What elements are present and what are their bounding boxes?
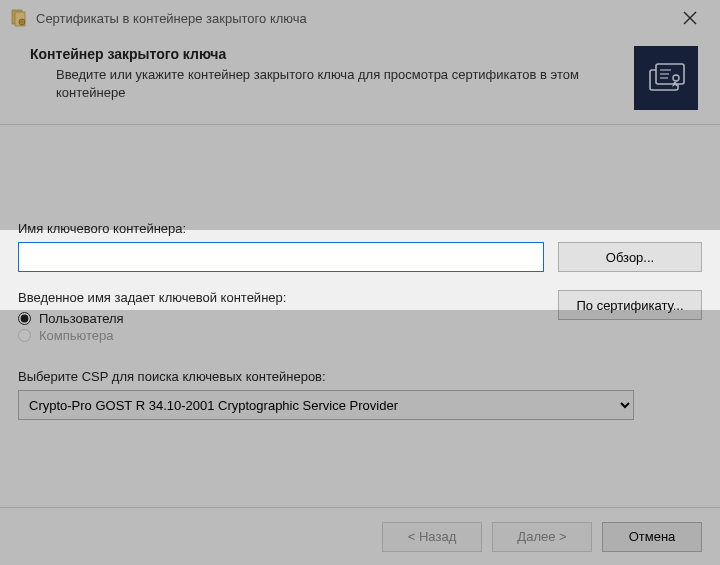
browse-button[interactable]: Обзор... — [558, 242, 702, 272]
svg-point-2 — [19, 19, 25, 25]
close-icon[interactable] — [670, 0, 710, 36]
certificate-icon — [634, 46, 698, 110]
header-band: Контейнер закрытого ключа Введите или ук… — [0, 36, 720, 125]
back-button: < Назад — [382, 522, 482, 552]
radio-user-label: Пользователя — [39, 311, 124, 326]
header-title: Контейнер закрытого ключа — [30, 46, 634, 62]
radio-user[interactable]: Пользователя — [18, 311, 558, 326]
header-description: Введите или укажите контейнер закрытого … — [30, 66, 634, 102]
window-title: Сертификаты в контейнере закрытого ключа — [36, 11, 670, 26]
wizard-footer: < Назад Далее > Отмена — [0, 507, 720, 565]
next-button: Далее > — [492, 522, 592, 552]
scope-heading: Введенное имя задает ключевой контейнер: — [18, 290, 558, 305]
title-bar: Сертификаты в контейнере закрытого ключа — [0, 0, 720, 36]
csp-select[interactable]: Crypto-Pro GOST R 34.10-2001 Cryptograph… — [18, 390, 634, 420]
container-name-input[interactable] — [18, 242, 544, 272]
radio-computer-label: Компьютера — [39, 328, 114, 343]
radio-computer: Компьютера — [18, 328, 558, 343]
by-certificate-button[interactable]: По сертификату... — [558, 290, 702, 320]
cancel-button[interactable]: Отмена — [602, 522, 702, 552]
radio-computer-input — [18, 329, 31, 342]
csp-label: Выберите CSP для поиска ключевых контейн… — [18, 369, 702, 384]
radio-user-input[interactable] — [18, 312, 31, 325]
app-icon — [10, 9, 28, 27]
container-name-label: Имя ключевого контейнера: — [18, 221, 702, 236]
